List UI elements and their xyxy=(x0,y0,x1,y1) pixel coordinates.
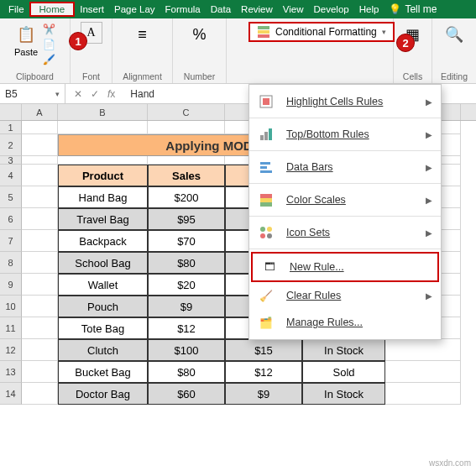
menu-clear-rules[interactable]: 🧹 Clear Rules ▶ xyxy=(249,282,441,309)
highlight-cells-icon xyxy=(258,93,275,110)
enter-icon[interactable]: ✓ xyxy=(91,88,99,100)
chevron-right-icon: ▶ xyxy=(426,163,432,172)
menu-color-scales[interactable]: Color Scales ▶ xyxy=(249,186,441,213)
menu-tabs: File Home Insert Page Lay Formula Data R… xyxy=(0,0,476,18)
format-painter-icon[interactable]: 🖌️ xyxy=(43,54,55,65)
chevron-down-icon: ▾ xyxy=(382,28,386,36)
cell-product[interactable]: Clutch xyxy=(58,339,148,361)
menu-new-rule[interactable]: 🗔 New Rule... xyxy=(251,252,439,282)
cut-icon[interactable]: ✂️ xyxy=(43,24,55,35)
number-icon[interactable]: % xyxy=(188,22,212,47)
cell-sales[interactable]: $60 xyxy=(148,383,225,405)
svg-rect-5 xyxy=(260,135,264,140)
group-number: Number xyxy=(184,71,215,81)
cell-sales[interactable]: $80 xyxy=(148,252,225,274)
cell-e[interactable]: In Stock xyxy=(302,339,385,361)
tab-help[interactable]: Help xyxy=(354,2,384,17)
svg-point-14 xyxy=(260,227,265,232)
cell-product[interactable]: Pouch xyxy=(58,296,148,317)
tab-data[interactable]: Data xyxy=(206,2,236,17)
cell-e[interactable]: In Stock xyxy=(302,383,385,405)
svg-rect-7 xyxy=(269,128,272,140)
cell-sales[interactable]: $80 xyxy=(148,361,225,383)
cell-sales[interactable]: $100 xyxy=(148,339,225,361)
cancel-icon[interactable]: ✕ xyxy=(74,88,82,100)
cell-product[interactable]: Bucket Bag xyxy=(58,361,148,383)
tell-me[interactable]: 💡 Tell me xyxy=(389,3,437,15)
watermark: wsxdn.com xyxy=(429,458,471,468)
svg-point-16 xyxy=(260,233,265,238)
cell-product[interactable]: Wallet xyxy=(58,274,148,296)
svg-rect-12 xyxy=(260,198,272,202)
svg-rect-11 xyxy=(260,194,272,198)
data-bars-icon xyxy=(258,159,275,175)
conditional-formatting-menu: Highlight Cells Rules ▶ Top/Bottom Rules… xyxy=(248,84,442,340)
menu-label: New Rule... xyxy=(290,261,344,273)
tab-pagelayout[interactable]: Page Lay xyxy=(109,2,160,17)
copy-icon[interactable]: 📄 xyxy=(43,39,55,50)
menu-label: Data Bars xyxy=(286,161,333,173)
tab-developer[interactable]: Develop xyxy=(309,2,354,17)
conditional-formatting-label: Conditional Formatting xyxy=(275,26,377,38)
paste-label: Paste xyxy=(14,47,38,57)
tab-review[interactable]: Review xyxy=(236,2,278,17)
annotation-2: 2 xyxy=(396,34,415,52)
cell-d[interactable]: $15 xyxy=(225,339,302,361)
svg-rect-9 xyxy=(260,166,267,169)
paste-icon[interactable]: 📋 xyxy=(14,22,38,47)
menu-label: Highlight Cells Rules xyxy=(286,96,383,107)
group-editing: Editing xyxy=(441,71,468,81)
cell-product[interactable]: Tote Bag xyxy=(58,317,148,339)
menu-data-bars[interactable]: Data Bars ▶ xyxy=(249,154,441,181)
alignment-icon[interactable]: ≡ xyxy=(131,22,154,47)
manage-rules-icon: 🗂️ xyxy=(258,314,275,331)
cell-product[interactable]: Doctor Bag xyxy=(58,383,148,405)
cell-sales[interactable]: $9 xyxy=(148,296,225,317)
cell-e[interactable]: Sold xyxy=(302,361,385,383)
name-box[interactable]: B5 ▾ xyxy=(0,84,65,103)
cell-sales[interactable]: $12 xyxy=(148,317,225,339)
menu-highlight-cells-rules[interactable]: Highlight Cells Rules ▶ xyxy=(249,88,441,115)
cell-d[interactable]: $9 xyxy=(225,383,302,405)
svg-rect-0 xyxy=(258,26,269,29)
conditional-formatting-icon xyxy=(257,25,270,39)
cell-sales[interactable]: $200 xyxy=(148,186,225,208)
tab-home[interactable]: Home xyxy=(29,2,76,17)
menu-top-bottom-rules[interactable]: Top/Bottom Rules ▶ xyxy=(249,121,441,148)
tab-view[interactable]: View xyxy=(278,2,309,17)
cell-product[interactable]: Hand Bag xyxy=(58,186,148,208)
chevron-right-icon: ▶ xyxy=(426,228,432,238)
tab-formulas[interactable]: Formula xyxy=(160,2,206,17)
cell-product[interactable]: School Bag xyxy=(58,252,148,274)
group-font: Font xyxy=(82,71,100,81)
menu-manage-rules[interactable]: 🗂️ Manage Rules... xyxy=(249,309,441,336)
cell-sales[interactable]: $20 xyxy=(148,274,225,296)
svg-rect-2 xyxy=(258,34,269,38)
fx-icon[interactable]: fx xyxy=(107,88,115,100)
menu-label: Manage Rules... xyxy=(286,317,363,328)
cell-sales[interactable]: $95 xyxy=(148,208,225,230)
col-A[interactable]: A xyxy=(22,104,58,120)
svg-rect-4 xyxy=(263,98,269,105)
new-rule-icon: 🗔 xyxy=(261,259,278,275)
tab-file[interactable]: File xyxy=(3,2,29,17)
select-all-corner[interactable] xyxy=(0,104,22,120)
cell-d[interactable]: $12 xyxy=(225,361,302,383)
cell-product[interactable]: Backpack xyxy=(58,230,148,252)
menu-icon-sets[interactable]: Icon Sets ▶ xyxy=(249,219,441,246)
col-B[interactable]: B xyxy=(58,104,148,120)
svg-rect-1 xyxy=(258,30,269,34)
color-scales-icon xyxy=(258,191,275,208)
menu-label: Color Scales xyxy=(286,194,346,206)
menu-label: Top/Bottom Rules xyxy=(286,128,369,140)
cell-product[interactable]: Travel Bag xyxy=(58,208,148,230)
annotation-1: 1 xyxy=(69,32,87,50)
svg-rect-10 xyxy=(260,170,272,173)
editing-icon[interactable]: 🔍 xyxy=(442,22,466,47)
header-product: Product xyxy=(58,165,148,186)
tab-insert[interactable]: Insert xyxy=(75,2,109,17)
conditional-formatting-button[interactable]: Conditional Formatting ▾ xyxy=(248,22,395,42)
col-C[interactable]: C xyxy=(148,104,225,120)
cell-sales[interactable]: $70 xyxy=(148,230,225,252)
svg-rect-8 xyxy=(260,162,270,165)
